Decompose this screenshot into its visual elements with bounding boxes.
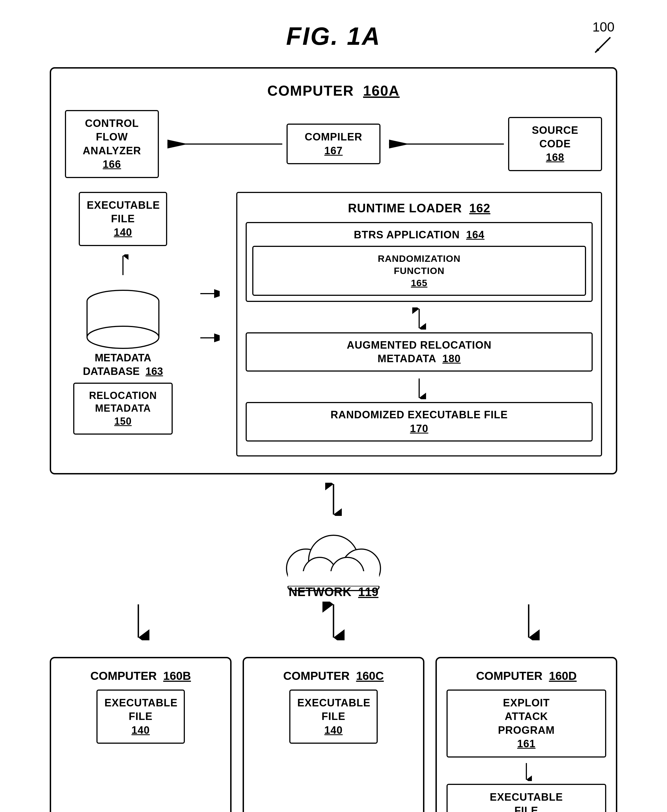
figure-title: FIG. 1A [50, 22, 617, 51]
computer-b-exe: EXECUTABLE FILE 140 [96, 689, 185, 744]
computer-c-exe: EXECUTABLE FILE 140 [289, 689, 378, 744]
runtime-loader-label: RUNTIME LOADER 162 [246, 201, 593, 215]
computer-main-box: COMPUTER 160A CONTROL FLOW ANALYZER 166 [50, 67, 617, 474]
source-code-box: SOURCE CODE 168 [508, 117, 602, 171]
executable-file-box: EXECUTABLE FILE 140 [79, 192, 167, 246]
computer-b-box: COMPUTER 160B EXECUTABLE FILE 140 [50, 657, 232, 812]
network-cloud: NETWORK 119 [264, 532, 403, 599]
computer-d-label: COMPUTER 160D [446, 669, 606, 682]
randomization-function-box: RANDOMIZATION FUNCTION 165 [252, 246, 586, 296]
page-container: 100 FIG. 1A COMPUTER 160A CONTROL FLOW A… [0, 0, 667, 812]
svg-point-12 [87, 326, 159, 348]
computer-c-label: COMPUTER 160C [254, 669, 413, 682]
computer-d-exe: EXECUTABLE FILE 140 [446, 784, 606, 812]
btrs-application-box: BTRS APPLICATION 164 RANDOMIZATION FUNCT… [246, 222, 593, 302]
metadata-database-group: METADATA DATABASE 163 RELOCATION METADAT… [73, 285, 173, 434]
exploit-attack-box: EXPLOIT ATTACK PROGRAM 161 [446, 689, 606, 757]
computer-main-label: COMPUTER 160A [65, 82, 602, 99]
control-flow-analyzer-box: CONTROL FLOW ANALYZER 166 [65, 110, 159, 178]
randomized-exe-box: RANDOMIZED EXECUTABLE FILE 170 [246, 402, 593, 441]
compiler-box: COMPILER 167 [287, 123, 380, 164]
network-section: NETWORK 119 [50, 532, 617, 599]
computer-d-box: COMPUTER 160D EXPLOIT ATTACK PROGRAM 161 [435, 657, 617, 812]
runtime-loader-section: RUNTIME LOADER 162 BTRS APPLICATION 164 … [236, 192, 602, 457]
relocation-metadata-box: RELOCATION METADATA 150 [73, 383, 173, 434]
computer-b-label: COMPUTER 160B [61, 669, 221, 682]
augmented-relocation-box: AUGMENTED RELOCATION METADATA 180 [246, 332, 593, 372]
ref-100: 100 [592, 19, 614, 55]
bottom-computers-row: COMPUTER 160B EXECUTABLE FILE 140 COMPUT… [50, 657, 617, 812]
computer-c-box: COMPUTER 160C EXECUTABLE FILE 140 [242, 657, 425, 812]
cloud-shape [264, 532, 403, 593]
database-cylinder [81, 285, 164, 357]
network-label: NETWORK 119 [289, 585, 378, 599]
